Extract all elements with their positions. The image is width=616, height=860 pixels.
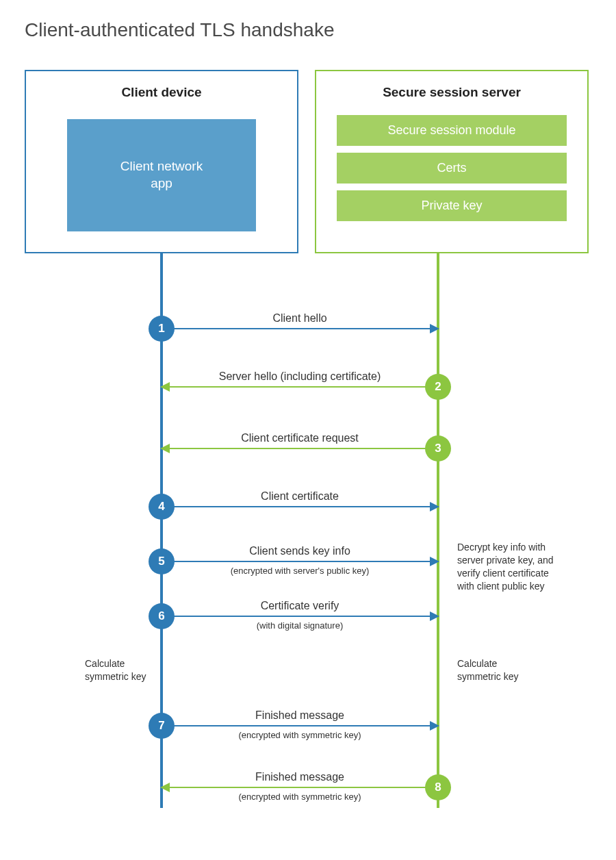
- arrow-right-icon: [430, 324, 439, 333]
- note-server-calc: Calculatesymmetric key: [457, 657, 518, 683]
- step-sublabel: (encrypted with symmetric key): [162, 730, 438, 740]
- note-server-decrypt: Decrypt key info withserver private key,…: [457, 541, 594, 593]
- step-label: Client certificate request: [162, 432, 438, 444]
- arrow-left-icon: [160, 382, 170, 392]
- arrow-line: [174, 616, 438, 617]
- step-label: Certificate verify: [162, 600, 438, 612]
- arrow-line: [174, 506, 438, 507]
- arrow-line: [162, 787, 426, 788]
- server-private-key-chip: Private key: [337, 190, 567, 221]
- arrow-line: [162, 386, 426, 388]
- arrow-line: [174, 561, 438, 562]
- arrow-line: [174, 328, 438, 329]
- step-label: Finished message: [162, 771, 438, 783]
- arrow-right-icon: [430, 721, 439, 731]
- server-module-chip: Secure session module: [337, 115, 567, 146]
- server-certs-chip: Certs: [337, 153, 567, 184]
- step-label: Client sends key info: [162, 545, 438, 557]
- step-label: Client certificate: [162, 490, 438, 503]
- arrow-line: [162, 448, 426, 449]
- arrow-line: [174, 725, 438, 726]
- step-label: Client hello: [162, 312, 438, 325]
- note-client-calc: Calculatesymmetric key: [85, 657, 146, 683]
- step-label: Finished message: [162, 709, 438, 722]
- step-label: Server hello (including certificate): [162, 370, 438, 383]
- secure-session-server-box: Secure session server Secure session mod…: [315, 70, 589, 253]
- client-device-box: Client device Client networkapp: [25, 70, 298, 253]
- client-network-app: Client networkapp: [67, 119, 256, 231]
- server-box-title: Secure session server: [316, 85, 587, 100]
- arrow-right-icon: [430, 557, 439, 566]
- client-box-title: Client device: [26, 85, 297, 100]
- server-inner-stack: Secure session module Certs Private key: [337, 115, 567, 221]
- arrow-left-icon: [160, 783, 170, 792]
- arrow-right-icon: [430, 502, 439, 511]
- diagram-title: Client-authenticated TLS handshake: [25, 19, 334, 41]
- step-sublabel: (with digital signature): [162, 620, 438, 631]
- arrow-right-icon: [430, 611, 439, 621]
- arrow-left-icon: [160, 444, 170, 453]
- step-sublabel: (encrypted with symmetric key): [162, 792, 438, 802]
- step-sublabel: (encrypted with server's public key): [162, 566, 438, 576]
